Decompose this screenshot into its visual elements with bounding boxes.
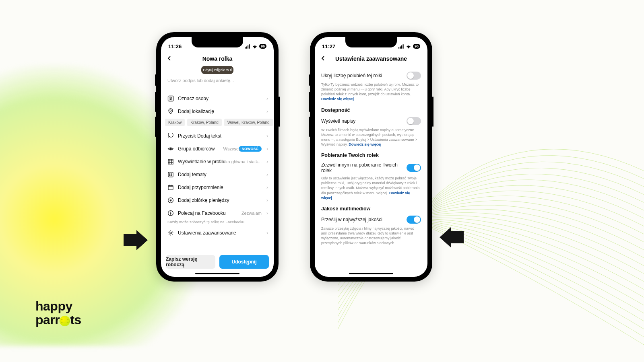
toggle-label: Ukryj liczbę polubień tej rolki [321, 73, 382, 78]
brand-logo: happy parrts [35, 299, 81, 326]
hashtag-icon [167, 171, 174, 178]
screen-header: Ustawienia zaawansowane [315, 52, 427, 65]
page-title: Ustawienia zaawansowane [335, 56, 407, 62]
svg-rect-28 [400, 46, 400, 48]
row-add-topics[interactable]: Dodaj tematy › [161, 168, 274, 181]
help-text: Zawsze przesyłaj zdjęcia i filmy najwyżs… [321, 226, 421, 246]
row-label: Przycisk Dodaj tekst [178, 133, 221, 139]
location-suggestions: Kraków Kraków, Poland Wawel, Krakow, Pol… [161, 118, 274, 130]
toggle-high-quality[interactable] [407, 216, 421, 224]
location-pin-icon [167, 108, 174, 115]
row-label: Dodaj lokalizację [178, 109, 214, 114]
svg-point-8 [170, 110, 171, 111]
svg-rect-30 [402, 44, 403, 49]
row-label: Oznacz osoby [178, 96, 208, 101]
page-title: Nowa rolka [202, 56, 233, 62]
chevron-left-icon [321, 56, 326, 61]
row-label: Dodaj przypomnienie [178, 185, 223, 190]
svg-rect-29 [401, 45, 402, 48]
svg-point-7 [170, 97, 171, 99]
row-captions: Wyświetl napisy [321, 117, 421, 125]
phone-mock-right: 11:27 96 Ustawienia zaawansowane Ukryj l… [310, 32, 432, 282]
battery-badge: 96 [413, 44, 420, 49]
row-advanced-settings[interactable]: Ustawienia zaawansowane › [161, 226, 274, 239]
row-add-location[interactable]: Dodaj lokalizację › [161, 105, 274, 118]
speech-bubble-icon [167, 133, 174, 139]
svg-rect-2 [245, 47, 246, 49]
row-hide-likes: Ukryj liczbę polubień tej rolki [321, 72, 421, 80]
chevron-right-icon: › [266, 133, 268, 139]
svg-marker-0 [124, 230, 148, 250]
calendar-icon [167, 184, 174, 191]
row-value: Wszyscy [223, 146, 241, 151]
row-label: Grupa odbiorców [178, 146, 215, 152]
row-add-fundraiser[interactable]: Dodaj zbiórkę pieniędzy › [161, 194, 274, 207]
pointer-arrow-right [440, 227, 464, 247]
svg-line-17 [171, 173, 172, 176]
wifi-icon [252, 44, 258, 49]
wifi-icon [406, 44, 411, 49]
toggle-captions[interactable] [407, 117, 421, 125]
chevron-right-icon: › [266, 210, 268, 216]
svg-rect-5 [249, 44, 250, 49]
home-indicator [349, 273, 393, 274]
row-value: Zezwalam [242, 211, 262, 216]
screen-header: Nowa rolka [161, 52, 274, 65]
chevron-right-icon: › [266, 172, 268, 177]
section-title-accessibility: Dostępność [321, 107, 421, 113]
toggle-allow-download[interactable] [407, 164, 421, 172]
chip[interactable]: Kraków, Poland [187, 119, 222, 126]
row-allow-download: Zezwól innym na pobieranie Twoich rolek [321, 162, 421, 173]
svg-rect-27 [398, 47, 399, 49]
row-recommend-facebook[interactable]: Polecaj na Facebooku Zezwalam › [161, 207, 274, 220]
caption-input[interactable]: Utwórz podpis lub dodaj ankietę... [161, 74, 274, 91]
toggle-hide-likes[interactable] [407, 72, 421, 80]
fb-visibility-note: Każdy może zobaczyć tę rolkę na Facebook… [161, 220, 274, 226]
share-button[interactable]: Udostępnij [219, 255, 269, 269]
row-profile-display[interactable]: Wyświetlanie w profilu Siatka główna i s… [161, 155, 274, 168]
cover-edit-button[interactable]: Edytuj zdjęcie w tl [201, 66, 233, 74]
svg-rect-20 [168, 185, 173, 190]
battery-badge: 96 [259, 44, 266, 49]
svg-rect-15 [168, 172, 173, 177]
section-title-download: Pobieranie Twoich rolek [321, 152, 421, 158]
chevron-right-icon: › [266, 230, 268, 236]
back-button[interactable] [165, 54, 174, 63]
toggle-label: Prześlij w najwyższej jakości [321, 217, 382, 222]
chevron-right-icon: › [266, 159, 268, 165]
logo-ball-icon [60, 316, 70, 326]
toggle-label: Wyświetl napisy [321, 118, 355, 124]
row-label: Dodaj zbiórkę pieniędzy [178, 197, 229, 203]
chip[interactable]: Kraków [165, 119, 185, 126]
row-high-quality-upload: Prześlij w najwyższej jakości [321, 216, 421, 224]
phone-notch [192, 37, 243, 47]
chip[interactable]: Wawel, Krakow, Poland [224, 119, 273, 126]
pointer-arrow-left [124, 230, 148, 250]
svg-point-26 [170, 232, 171, 234]
home-indicator [195, 273, 239, 274]
row-add-reminder[interactable]: Dodaj przypomnienie › [161, 181, 274, 194]
svg-point-9 [170, 148, 171, 150]
cell-signal-icon [398, 44, 404, 49]
chevron-right-icon: › [266, 109, 268, 114]
learn-more-link[interactable]: Dowiedz się więcej [321, 97, 354, 101]
row-audience[interactable]: Grupa odbiorców NOWOŚĆ Wszyscy › [161, 142, 274, 155]
person-tag-icon [167, 95, 174, 102]
row-label: Polecaj na Facebooku [178, 210, 226, 216]
help-text: Gdy to ustawienie jest włączone, każdy m… [321, 176, 421, 200]
facebook-icon [167, 210, 174, 216]
section-title-quality: Jakość multimediów [321, 206, 421, 212]
new-badge: NOWOŚĆ [239, 146, 262, 152]
help-text: Tylko Ty będziesz widzieć liczbę polubie… [321, 82, 421, 102]
row-add-text[interactable]: Przycisk Dodaj tekst › [161, 130, 274, 142]
row-label: Dodaj tematy [178, 172, 206, 177]
learn-more-link[interactable]: Dowiedz się więcej [349, 142, 381, 146]
row-tag-people[interactable]: Oznacz osoby › [161, 92, 274, 105]
help-text: W Twoich filmach będą wyświetlane napisy… [321, 128, 421, 147]
phone-notch [345, 37, 397, 47]
back-button[interactable] [319, 54, 328, 63]
grid-icon [167, 158, 174, 165]
cell-signal-icon [245, 44, 250, 49]
clock: 11:26 [168, 43, 182, 49]
save-draft-button[interactable]: Zapisz wersję roboczą [166, 255, 215, 269]
